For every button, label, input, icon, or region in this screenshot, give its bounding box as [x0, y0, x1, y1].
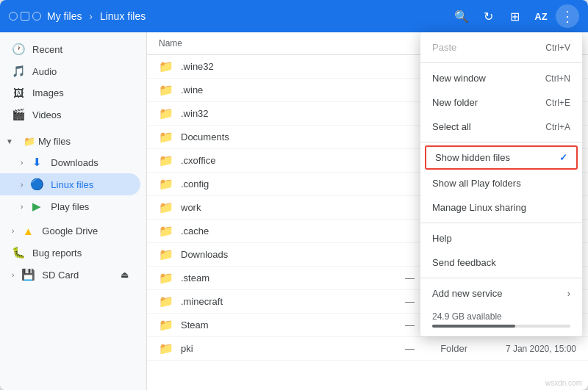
- menu-item-send-feedback[interactable]: Send feedback: [420, 250, 582, 275]
- menu-item-select-all[interactable]: Select all Ctrl+A: [420, 115, 582, 139]
- sidebar-item-audio[interactable]: 🎵 Audio: [0, 60, 140, 82]
- breadcrumb-start[interactable]: My files: [47, 10, 82, 22]
- sd-card-icon: 💾: [21, 268, 35, 281]
- bug-reports-icon: 🐛: [12, 246, 25, 259]
- search-button[interactable]: 🔍: [450, 4, 473, 28]
- storage-bar-background: [432, 325, 570, 328]
- file-name: work: [181, 202, 459, 213]
- send-feedback-label: Send feedback: [432, 257, 496, 268]
- folder-icon: 📁: [159, 83, 173, 97]
- sidebar-item-downloads-label: Downloads: [51, 157, 98, 168]
- menu-item-add-service[interactable]: Add new service ›: [420, 281, 582, 306]
- file-size: —: [356, 343, 415, 354]
- menu-item-show-hidden[interactable]: Show hidden files ✓: [425, 145, 578, 170]
- eject-icon[interactable]: ⏏: [121, 270, 129, 280]
- file-name: .wine: [181, 84, 459, 95]
- images-icon: 🖼: [12, 87, 25, 99]
- sidebar-item-recent[interactable]: 🕐 Recent: [0, 38, 140, 60]
- show-hidden-check: ✓: [559, 152, 567, 163]
- play-files-icon: ▶: [30, 200, 43, 213]
- folder-icon: 📁: [159, 154, 173, 167]
- menu-divider-1: [420, 62, 582, 63]
- sidebar-item-my-files[interactable]: ▼ 📁 My files: [0, 131, 140, 151]
- menu-item-new-folder[interactable]: New folder Ctrl+E: [420, 90, 582, 115]
- sd-card-chevron: ›: [12, 271, 14, 279]
- menu-item-show-play[interactable]: Show all Play folders: [420, 171, 582, 195]
- gdrive-chevron: ›: [12, 227, 14, 235]
- watermark: wsxdn.com: [545, 379, 582, 387]
- more-options-button[interactable]: ⋮: [556, 4, 579, 28]
- sidebar-item-bug-reports[interactable]: 🐛 Bug reports: [0, 242, 140, 264]
- downloads-chevron: ›: [21, 159, 23, 167]
- show-hidden-label: Show hidden files: [435, 152, 510, 163]
- audio-icon: 🎵: [12, 65, 25, 78]
- file-name: Steam: [181, 319, 356, 331]
- google-drive-icon: ▲: [21, 225, 35, 237]
- menu-item-new-window[interactable]: New window Ctrl+N: [420, 66, 582, 90]
- sidebar-item-play-files[interactable]: › ▶ Play files: [0, 195, 140, 217]
- toolbar-actions: 🔍 ↻ ⊞ AZ ⋮: [450, 4, 579, 28]
- paste-label: Paste: [432, 42, 456, 53]
- show-play-label: Show all Play folders: [432, 178, 521, 189]
- file-name: .config: [181, 178, 459, 189]
- linux-files-icon: 🔵: [30, 178, 43, 191]
- sidebar-item-linux-files[interactable]: › 🔵 Linux files: [0, 173, 140, 195]
- file-date: 7 Jan 2020, 15:00: [473, 344, 576, 354]
- sidebar-item-downloads[interactable]: › ⬇ Downloads: [0, 151, 140, 173]
- linux-files-chevron: ›: [21, 181, 23, 189]
- file-name: pki: [181, 343, 356, 354]
- sidebar-item-my-files-label: My files: [38, 136, 71, 147]
- storage-label: 24.9 GB available: [432, 311, 502, 322]
- titlebar: My files › Linux files 🔍 ↻ ⊞ AZ ⋮: [0, 0, 588, 32]
- file-type: Folder: [415, 343, 473, 354]
- table-row[interactable]: 📁 pki — Folder 7 Jan 2020, 15:00: [147, 337, 588, 361]
- sidebar-item-images-label: Images: [32, 87, 64, 98]
- grid-view-button[interactable]: ⊞: [503, 4, 526, 28]
- videos-icon: 🎬: [12, 108, 25, 121]
- paste-shortcut: Ctrl+V: [545, 43, 570, 53]
- refresh-button[interactable]: ↻: [476, 4, 500, 28]
- new-window-label: New window: [432, 73, 486, 84]
- header-name[interactable]: Name: [159, 38, 459, 48]
- new-folder-shortcut: Ctrl+E: [545, 98, 570, 108]
- menu-divider-4: [420, 278, 582, 278]
- file-name: .minecraft: [181, 296, 356, 307]
- sidebar-item-audio-label: Audio: [32, 66, 57, 77]
- sidebar-item-sd-card[interactable]: › 💾 SD Card ⏏: [0, 264, 140, 286]
- dropdown-menu: Paste Ctrl+V New window Ctrl+N New folde…: [420, 32, 582, 336]
- breadcrumb-separator: ›: [89, 10, 96, 22]
- window-controls: [9, 12, 41, 21]
- file-size: —: [356, 296, 415, 307]
- menu-item-help[interactable]: Help: [420, 226, 582, 250]
- breadcrumb-end: Linux files: [100, 10, 146, 22]
- close-button[interactable]: [32, 12, 41, 21]
- add-service-arrow: ›: [567, 288, 570, 299]
- folder-icon: 📁: [159, 130, 173, 144]
- help-label: Help: [432, 233, 452, 244]
- my-files-icon: 📁: [24, 136, 35, 147]
- select-all-label: Select all: [432, 121, 471, 132]
- folder-icon: 📁: [159, 59, 173, 73]
- file-name: .cache: [181, 225, 459, 236]
- folder-icon: 📁: [159, 342, 173, 355]
- menu-item-manage-linux[interactable]: Manage Linux sharing: [420, 195, 582, 220]
- folder-icon: 📁: [159, 224, 173, 238]
- new-folder-label: New folder: [432, 97, 478, 108]
- maximize-button[interactable]: [21, 12, 29, 21]
- menu-divider-3: [420, 223, 582, 223]
- sidebar-item-videos-label: Videos: [32, 109, 62, 120]
- sidebar-item-videos[interactable]: 🎬 Videos: [0, 104, 140, 126]
- folder-icon: 📁: [159, 248, 173, 261]
- file-name: Documents: [181, 131, 459, 142]
- sidebar-item-google-drive[interactable]: › ▲ Google Drive: [0, 220, 140, 242]
- sidebar-item-images[interactable]: 🖼 Images: [0, 82, 140, 104]
- sidebar-item-play-files-label: Play files: [51, 201, 89, 212]
- file-name: .wine32: [181, 61, 459, 72]
- menu-divider-2: [420, 142, 582, 142]
- minimize-button[interactable]: [9, 12, 18, 21]
- sort-button[interactable]: AZ: [529, 4, 553, 28]
- manage-linux-label: Manage Linux sharing: [432, 202, 526, 213]
- file-size: —: [356, 319, 415, 331]
- folder-icon: 📁: [159, 177, 173, 191]
- select-all-shortcut: Ctrl+A: [545, 122, 570, 132]
